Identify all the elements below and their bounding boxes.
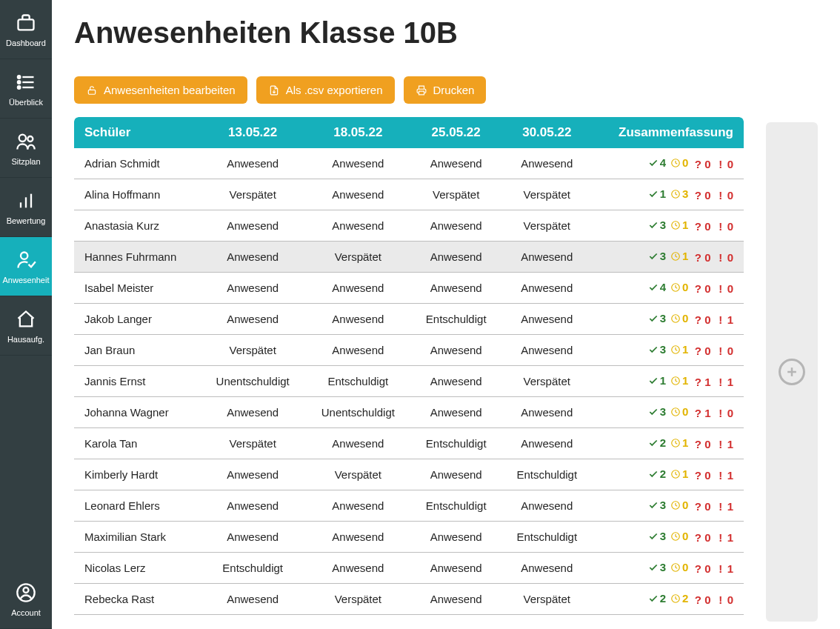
nav-item-overview[interactable]: Überblick — [0, 59, 52, 119]
attendance-cell[interactable]: Anwesend — [501, 273, 593, 304]
attendance-cell[interactable]: Verspätet — [200, 335, 305, 366]
attendance-cell[interactable]: Verspätet — [501, 210, 593, 242]
table-row[interactable]: Jannis ErnstUnentschuldigtEntschuldigtAn… — [74, 366, 744, 397]
summary-late-count: 3 — [682, 187, 688, 200]
attendance-cell[interactable]: Entschuldigt — [410, 304, 501, 335]
attendance-cell[interactable]: Verspätet — [305, 459, 410, 490]
attendance-cell[interactable]: Entschuldigt — [501, 459, 593, 490]
table-row[interactable]: Karola TanVerspätetAnwesendEntschuldigtA… — [74, 428, 744, 459]
nav-item-homework[interactable]: Hausaufg. — [0, 296, 52, 356]
attendance-cell[interactable]: Anwesend — [410, 366, 501, 397]
attendance-cell[interactable]: Anwesend — [305, 553, 410, 584]
print-button[interactable]: Drucken — [404, 76, 487, 104]
export-csv-button[interactable]: Als .csv exportieren — [256, 76, 395, 104]
attendance-cell[interactable]: Anwesend — [305, 490, 410, 522]
attendance-cell[interactable]: Anwesend — [410, 459, 501, 490]
nav-item-attendance[interactable]: Anwesenheit — [0, 237, 52, 296]
attendance-cell[interactable]: Entschuldigt — [410, 428, 501, 459]
col-date[interactable]: 18.05.22 — [305, 117, 410, 148]
summary-excused: !1 — [716, 438, 733, 450]
attendance-cell[interactable]: Anwesend — [410, 210, 501, 242]
summary-unexcused-count: 0 — [704, 438, 710, 450]
attendance-cell[interactable]: Anwesend — [305, 304, 410, 335]
table-row[interactable]: Jakob LangerAnwesendAnwesendEntschuldigt… — [74, 304, 744, 335]
col-date[interactable]: 13.05.22 — [200, 117, 305, 148]
nav-account[interactable]: Account — [0, 570, 52, 629]
attendance-cell[interactable]: Verspätet — [410, 179, 501, 210]
table-row[interactable]: Anastasia KurzAnwesendAnwesendAnwesendVe… — [74, 210, 744, 242]
attendance-cell[interactable]: Verspätet — [305, 242, 410, 273]
attendance-cell[interactable]: Anwesend — [200, 242, 305, 273]
summary-excused-count: 1 — [727, 313, 733, 326]
attendance-cell[interactable]: Anwesend — [200, 490, 305, 522]
col-date[interactable]: 30.05.22 — [501, 117, 593, 148]
table-row[interactable]: Adrian SchmidtAnwesendAnwesendAnwesendAn… — [74, 148, 744, 179]
attendance-cell[interactable]: Anwesend — [501, 490, 593, 522]
attendance-cell[interactable]: Anwesend — [305, 522, 410, 553]
attendance-cell[interactable]: Anwesend — [305, 428, 410, 459]
attendance-cell[interactable]: Anwesend — [305, 335, 410, 366]
attendance-cell[interactable]: Entschuldigt — [200, 553, 305, 584]
attendance-cell[interactable]: Anwesend — [200, 584, 305, 615]
attendance-cell[interactable]: Anwesend — [501, 553, 593, 584]
table-row[interactable]: Johanna WagnerAnwesendUnentschuldigtAnwe… — [74, 397, 744, 428]
table-row[interactable]: Alina HoffmannVerspätetAnwesendVerspätet… — [74, 179, 744, 210]
table-row[interactable]: Leonard EhlersAnwesendAnwesendEntschuldi… — [74, 490, 744, 522]
svg-point-4 — [18, 76, 21, 79]
attendance-cell[interactable]: Anwesend — [200, 397, 305, 428]
attendance-cell[interactable]: Anwesend — [410, 335, 501, 366]
attendance-cell[interactable]: Anwesend — [501, 335, 593, 366]
attendance-cell[interactable]: Unentschuldigt — [305, 397, 410, 428]
table-row[interactable]: Rebecka RastAnwesendVerspätetAnwesendVer… — [74, 584, 744, 615]
add-date-button[interactable] — [779, 359, 805, 385]
attendance-cell[interactable]: Verspätet — [200, 179, 305, 210]
nav-item-grading[interactable]: Bewertung — [0, 178, 52, 237]
check-icon — [648, 220, 659, 230]
attendance-cell[interactable]: Anwesend — [410, 397, 501, 428]
nav-item-seating[interactable]: Sitzplan — [0, 119, 52, 178]
attendance-cell[interactable]: Anwesend — [410, 273, 501, 304]
attendance-cell[interactable]: Anwesend — [410, 148, 501, 179]
col-date[interactable]: 25.05.22 — [410, 117, 501, 148]
table-row[interactable]: Jan BraunVerspätetAnwesendAnwesendAnwese… — [74, 335, 744, 366]
attendance-cell[interactable]: Anwesend — [200, 210, 305, 242]
attendance-cell[interactable]: Anwesend — [501, 242, 593, 273]
table-row[interactable]: Maximilian StarkAnwesendAnwesendAnwesend… — [74, 522, 744, 553]
attendance-cell[interactable]: Anwesend — [501, 397, 593, 428]
attendance-cell[interactable]: Anwesend — [501, 304, 593, 335]
attendance-cell[interactable]: Anwesend — [305, 179, 410, 210]
student-name: Adrian Schmidt — [74, 148, 200, 179]
attendance-cell[interactable]: Entschuldigt — [410, 490, 501, 522]
attendance-cell[interactable]: Anwesend — [410, 242, 501, 273]
attendance-cell[interactable]: Verspätet — [501, 366, 593, 397]
attendance-cell[interactable]: Anwesend — [501, 148, 593, 179]
table-row[interactable]: Hannes FuhrmannAnwesendVerspätetAnwesend… — [74, 242, 744, 273]
attendance-cell[interactable]: Verspätet — [501, 584, 593, 615]
table-row[interactable]: Nicolas LerzEntschuldigtAnwesendAnwesend… — [74, 553, 744, 584]
attendance-cell[interactable]: Verspätet — [305, 584, 410, 615]
summary-cell: 13?0!0 — [593, 179, 744, 210]
attendance-cell[interactable]: Anwesend — [410, 553, 501, 584]
table-row[interactable]: Isabel MeisterAnwesendAnwesendAnwesendAn… — [74, 273, 744, 304]
summary-unexcused-count: 0 — [704, 158, 710, 170]
attendance-cell[interactable]: Verspätet — [501, 179, 593, 210]
attendance-cell[interactable]: Entschuldigt — [305, 366, 410, 397]
edit-attendance-button[interactable]: Anwesenheiten bearbeiten — [74, 76, 247, 104]
attendance-cell[interactable]: Anwesend — [200, 522, 305, 553]
attendance-cell[interactable]: Anwesend — [305, 148, 410, 179]
attendance-cell[interactable]: Anwesend — [200, 459, 305, 490]
nav-item-dashboard[interactable]: Dashboard — [0, 0, 52, 59]
attendance-cell[interactable]: Anwesend — [305, 210, 410, 242]
attendance-cell[interactable]: Verspätet — [200, 428, 305, 459]
attendance-cell[interactable]: Anwesend — [410, 522, 501, 553]
attendance-cell[interactable]: Entschuldigt — [501, 522, 593, 553]
svg-point-14 — [24, 588, 29, 593]
attendance-cell[interactable]: Anwesend — [501, 428, 593, 459]
attendance-cell[interactable]: Anwesend — [305, 273, 410, 304]
attendance-cell[interactable]: Unentschuldigt — [200, 366, 305, 397]
table-row[interactable]: Kimberly HardtAnwesendVerspätetAnwesendE… — [74, 459, 744, 490]
attendance-cell[interactable]: Anwesend — [200, 148, 305, 179]
attendance-cell[interactable]: Anwesend — [200, 304, 305, 335]
attendance-cell[interactable]: Anwesend — [200, 273, 305, 304]
attendance-cell[interactable]: Anwesend — [410, 584, 501, 615]
